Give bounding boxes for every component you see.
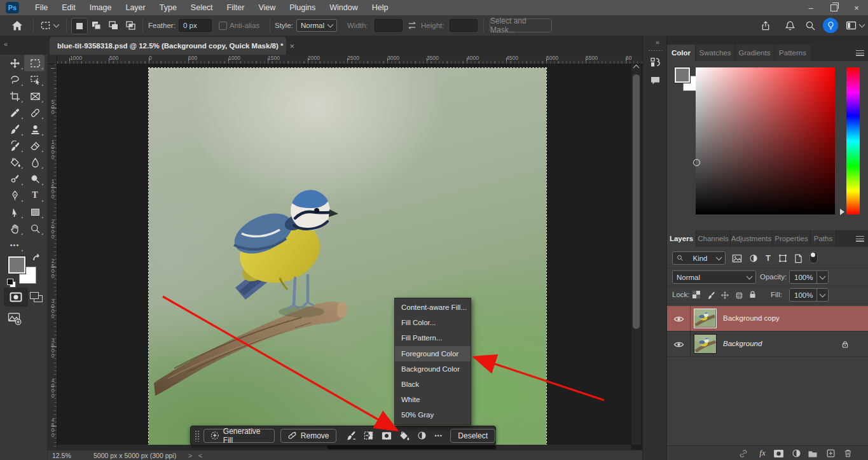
status-next-icon[interactable]: > [188,452,192,459]
height-input[interactable] [450,19,478,32]
delete-layer-button[interactable] [841,448,854,459]
edit-toolbar-button[interactable]: ••• [5,237,24,253]
lasso-tool[interactable] [5,72,24,87]
tool-preset-picker[interactable] [37,20,62,31]
menu-item-background-color[interactable]: Background Color [395,361,471,377]
quick-mask-button[interactable] [4,288,28,307]
panel-foreground-swatch[interactable] [675,67,690,83]
history-panel-button[interactable] [647,55,663,70]
layer-lock-icon[interactable] [840,339,850,349]
layer-row-background-copy[interactable]: Background copy [667,306,868,331]
menu-window[interactable]: Window [322,0,364,15]
subtract-selection-mode-button[interactable] [106,18,121,33]
minimize-button[interactable]: – [799,0,822,15]
canvas-document[interactable] [149,68,546,449]
tab-paths[interactable]: Paths [811,230,836,247]
layer-visibility-toggle[interactable] [667,331,691,357]
menu-item-black[interactable]: Black [395,377,471,392]
restore-button[interactable] [822,0,845,15]
layer-filter-kind-select[interactable]: Kind [672,251,726,265]
vertical-scrollbar[interactable] [631,64,641,445]
menu-item-foreground-color[interactable]: Foreground Color [395,346,471,361]
new-adjustment-layer-button[interactable] [790,448,803,459]
layer-name[interactable]: Background copy [723,314,780,322]
horizontal-scrollbar[interactable] [57,445,631,450]
share-button[interactable] [759,20,772,31]
frame-tool[interactable] [25,88,45,104]
menu-view[interactable]: View [251,0,282,15]
object-selection-tool[interactable] [25,72,45,87]
menu-help[interactable]: Help [365,0,396,15]
tab-adjustments[interactable]: Adjustments [731,230,773,247]
scroll-up-icon[interactable] [633,65,640,71]
menu-select[interactable]: Select [184,0,220,15]
menu-item-fill-pattern[interactable]: Fill Pattern... [395,330,471,345]
screen-mode-button[interactable] [30,292,43,303]
layer-name[interactable]: Background [723,340,762,347]
tab-color[interactable]: Color [667,45,696,61]
generative-image-button[interactable] [5,309,24,327]
selection-brush-button[interactable] [344,428,359,443]
eyedropper-tool[interactable] [5,105,24,120]
quick-mask-taskbar-button[interactable] [379,428,394,443]
layer-visibility-toggle[interactable] [667,306,691,331]
menu-edit[interactable]: Edit [55,0,83,15]
tab-properties[interactable]: Properties [773,230,811,247]
clone-stamp-tool[interactable] [25,122,45,137]
menu-item-fill-color[interactable]: Fill Color... [395,315,471,330]
filter-type-layers-button[interactable]: T [762,252,774,263]
path-selection-tool[interactable] [5,204,24,220]
move-tool[interactable] [5,55,24,71]
tab-channels[interactable]: Channels [696,230,731,247]
healing-brush-tool[interactable] [25,105,45,120]
layer-row-background[interactable]: Background [667,331,868,357]
feather-input[interactable]: 0 px [179,19,212,32]
document-tab[interactable]: blue-tit-9358318.psd @ 12.5% (Background… [50,37,286,55]
pen-tool[interactable] [5,188,24,203]
layer-thumbnail[interactable] [694,334,717,354]
filter-pixel-layers-button[interactable] [731,253,743,264]
tab-close-icon[interactable]: × [289,41,294,51]
menu-item-50-gray[interactable]: 50% Gray [395,407,471,422]
dodge-tool[interactable] [25,171,45,186]
eraser-tool[interactable] [25,138,45,153]
lock-position-button[interactable] [719,289,731,301]
layers-panel-menu-button[interactable] [851,230,868,247]
type-tool[interactable]: T [25,188,45,203]
brush-tool[interactable] [5,122,24,137]
swap-colors-button[interactable] [32,253,42,263]
swap-dimensions-button[interactable] [406,20,418,31]
tab-patterns[interactable]: Patterns [775,45,811,61]
invert-selection-button[interactable] [361,428,376,443]
hue-slider[interactable] [846,67,860,214]
menu-file[interactable]: File [28,0,55,15]
comments-panel-button[interactable] [647,73,663,88]
color-field-marker[interactable] [693,159,700,166]
fill-input[interactable]: 100% [789,288,829,302]
collapse-toolbar-icon[interactable]: « [4,40,8,48]
layer-effects-button[interactable]: fx [756,447,769,459]
menu-item-content-aware-fill[interactable]: Content-aware Fill... [395,300,471,315]
vertical-ruler[interactable]: 500 1000 1500 2000 2500 3000 3500 4000 4… [48,64,57,460]
tab-swatches[interactable]: Swatches [696,45,735,61]
notifications-button[interactable] [783,20,796,31]
lock-all-button[interactable] [747,289,757,300]
select-and-mask-button[interactable]: Select and Mask... [490,18,552,32]
menu-layer[interactable]: Layer [118,0,152,15]
workspace-switcher-button[interactable] [844,20,857,31]
menu-item-white[interactable]: White [395,392,471,407]
collapse-dock-icon[interactable]: « [656,38,659,46]
taskbar-more-button[interactable]: ••• [431,428,446,443]
taskbar-drag-handle[interactable] [195,430,199,442]
ruler-origin-box[interactable] [48,55,57,64]
zoom-level[interactable]: 12.5% [52,452,71,459]
horizontal-scrollbar-thumb[interactable] [327,445,496,449]
filter-adjustment-layers-button[interactable] [748,253,759,264]
remove-button[interactable]: Remove [280,429,336,443]
vertical-scrollbar-thumb[interactable] [633,74,640,329]
blur-tool[interactable] [25,155,45,170]
adjustment-taskbar-button[interactable] [414,428,429,443]
default-colors-button[interactable] [7,279,16,288]
intersect-selection-mode-button[interactable] [123,18,138,33]
crop-tool[interactable] [5,88,24,104]
